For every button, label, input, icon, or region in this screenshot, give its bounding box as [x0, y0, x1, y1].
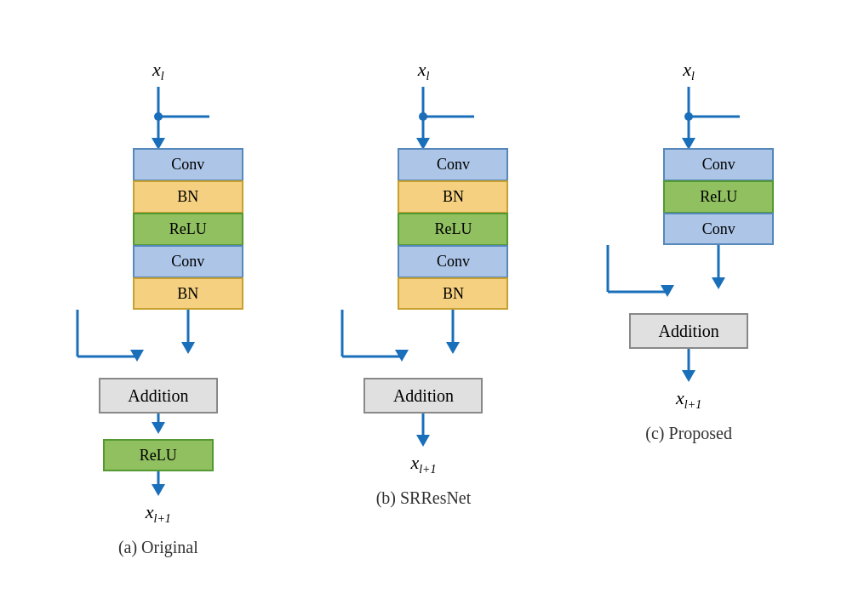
addition-block-proposed: Addition [629, 313, 748, 349]
block-bn-1: BN [133, 180, 243, 213]
caption-original: (a) Original [118, 538, 198, 557]
arrow-to-relu-original [150, 414, 167, 439]
block-conv-1-proposed: Conv [663, 148, 774, 180]
svg-marker-37 [682, 370, 695, 382]
caption-proposed: (c) Proposed [645, 424, 732, 443]
block-conv-2-proposed: Conv [663, 213, 774, 245]
addition-block-srresnet: Addition [363, 378, 483, 414]
block-stack-proposed: Conv ReLU Conv [663, 148, 774, 245]
relu-after-addition-original: ReLU [103, 439, 214, 471]
diagram-original: xl Conv BN ReLU Conv BN [35, 59, 282, 558]
block-conv-2-srresnet: Conv [398, 245, 508, 277]
diagrams-container: xl Conv BN ReLU Conv BN [0, 42, 847, 575]
block-bn-2-srresnet: BN [398, 277, 508, 310]
block-stack-srresnet: Conv BN ReLU Conv BN [398, 148, 508, 310]
arrow-to-output-proposed [680, 349, 697, 387]
arrow-to-output-srresnet [415, 414, 432, 452]
block-conv-1-srresnet: Conv [398, 148, 508, 180]
branch-arrow-original [99, 87, 218, 155]
addition-block-original: Addition [99, 378, 218, 414]
block-conv-1: Conv [133, 148, 243, 180]
output-label-srresnet: xl+1 [410, 452, 436, 473]
block-relu-1: ReLU [133, 213, 243, 245]
input-label-proposed: xl [683, 59, 695, 80]
branch-arrow-proposed [629, 87, 748, 155]
svg-marker-25 [416, 435, 430, 447]
output-label-original: xl+1 [146, 501, 171, 522]
caption-srresnet: (b) SRResNet [376, 488, 472, 508]
svg-marker-11 [152, 422, 165, 434]
merge-arrow-original [73, 310, 243, 378]
block-conv-2: Conv [133, 245, 243, 277]
arrow-to-output-original [150, 471, 167, 501]
diagram-srresnet: xl Conv BN ReLU Conv BN Additi [300, 59, 547, 509]
branch-arrow-srresnet [363, 87, 483, 155]
block-relu-1-proposed: ReLU [663, 180, 774, 213]
merge-arrow-proposed [604, 245, 774, 313]
input-label-srresnet: xl [418, 59, 430, 80]
output-label-proposed: xl+1 [676, 387, 701, 408]
diagram-proposed: xl Conv ReLU Conv Addition [565, 59, 812, 444]
merge-arrow-srresnet [338, 310, 508, 378]
block-bn-1-srresnet: BN [398, 180, 508, 213]
block-stack-original: Conv BN ReLU Conv BN [133, 148, 243, 310]
input-label-original: xl [152, 59, 164, 80]
svg-marker-6 [181, 342, 195, 354]
svg-marker-32 [712, 277, 725, 289]
svg-marker-13 [152, 484, 165, 496]
svg-marker-20 [446, 342, 460, 354]
block-bn-2: BN [133, 277, 243, 310]
block-relu-1-srresnet: ReLU [398, 213, 508, 245]
